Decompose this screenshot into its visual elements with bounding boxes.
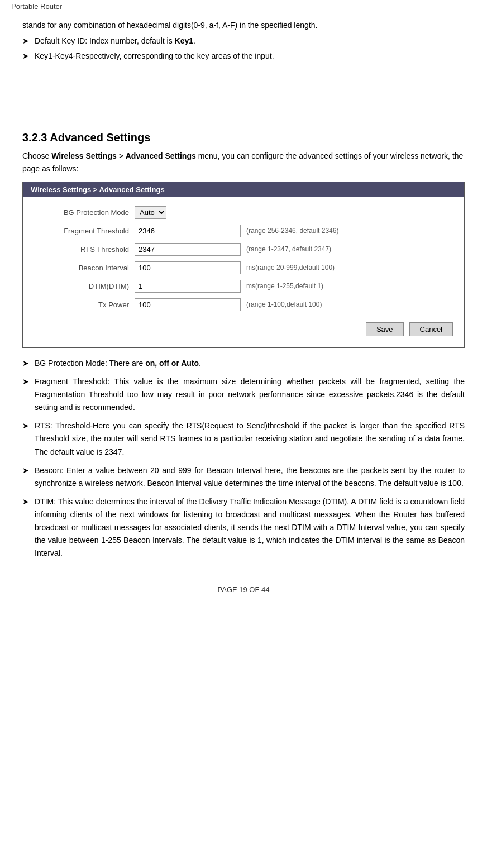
- label-beacon: Beacon Interval: [34, 264, 129, 272]
- bullet-arrow-1: ➤: [22, 35, 29, 47]
- input-fragment[interactable]: [135, 225, 241, 237]
- desc-arrow-1: ➤: [22, 357, 29, 370]
- section-title: 3.2.3 Advanced Settings: [22, 131, 465, 144]
- desc-arrow-3: ➤: [22, 419, 29, 458]
- hint-fragment: (range 256-2346, default 2346): [246, 227, 338, 235]
- form-row-beacon: Beacon Interval ms(range 20-999,default …: [34, 261, 453, 274]
- label-dtim: DTIM(DTIM): [34, 282, 129, 290]
- label-bg-protection: BG Protection Mode: [34, 208, 129, 217]
- page-footer: PAGE 19 OF 44: [0, 576, 487, 599]
- desc-rts: ➤ RTS: Threshold-Here you can specify th…: [22, 419, 465, 458]
- header-title: Portable Router: [11, 2, 62, 11]
- button-row: Save Cancel: [34, 317, 453, 336]
- desc-fragment: ➤ Fragment Threshold: This value is the …: [22, 375, 465, 414]
- desc-arrow-2: ➤: [22, 375, 29, 414]
- form-row-fragment: Fragment Threshold (range 256-2346, defa…: [34, 225, 453, 237]
- form-row-dtim: DTIM(DTIM) ms(range 1-255,default 1): [34, 280, 453, 293]
- hint-dtim: ms(range 1-255,default 1): [246, 282, 323, 290]
- input-txpower[interactable]: [135, 298, 241, 311]
- desc-arrow-4: ➤: [22, 464, 29, 490]
- hint-txpower: (range 1-100,default 100): [246, 301, 322, 308]
- intro-line1: stands for any combination of hexadecima…: [22, 19, 465, 31]
- desc-bg-protection: ➤ BG Protection Mode: There are on, off …: [22, 357, 465, 370]
- desc-dtim: ➤ DTIM: This value determines the interv…: [22, 495, 465, 560]
- form-row-txpower: Tx Power (range 1-100,default 100): [34, 298, 453, 311]
- hint-rts: (range 1-2347, default 2347): [246, 245, 331, 253]
- page-header: Portable Router: [0, 0, 487, 13]
- select-bg-protection[interactable]: Auto On Off: [135, 206, 166, 219]
- input-dtim[interactable]: [135, 280, 241, 293]
- page-content: stands for any combination of hexadecima…: [0, 13, 487, 576]
- hint-beacon: ms(range 20-999,default 100): [246, 264, 335, 271]
- bullet-item-2: ➤ Key1-Key4-Respectively, corresponding …: [22, 50, 465, 62]
- label-txpower: Tx Power: [34, 301, 129, 309]
- footer-text: PAGE 19 OF 44: [218, 585, 270, 594]
- bullet-arrow-2: ➤: [22, 50, 29, 62]
- cancel-button[interactable]: Cancel: [409, 322, 453, 336]
- input-rts[interactable]: [135, 243, 241, 256]
- desc-arrow-5: ➤: [22, 495, 29, 560]
- desc-beacon: ➤ Beacon: Enter a value between 20 and 9…: [22, 464, 465, 490]
- label-rts: RTS Threshold: [34, 245, 129, 254]
- settings-box: Wireless Settings > Advanced Settings BG…: [22, 182, 465, 348]
- settings-box-body: BG Protection Mode Auto On Off Fragment …: [23, 197, 464, 347]
- form-row-bg-protection: BG Protection Mode Auto On Off: [34, 206, 453, 219]
- input-beacon[interactable]: [135, 261, 241, 274]
- save-button[interactable]: Save: [366, 322, 404, 336]
- section-intro: Choose Wireless Settings > Advanced Sett…: [22, 150, 465, 175]
- label-fragment: Fragment Threshold: [34, 227, 129, 235]
- bullet-item-1: ➤ Default Key ID: Index number, default …: [22, 35, 465, 47]
- settings-box-header: Wireless Settings > Advanced Settings: [23, 182, 464, 197]
- descriptions: ➤ BG Protection Mode: There are on, off …: [22, 357, 465, 560]
- form-row-rts: RTS Threshold (range 1-2347, default 234…: [34, 243, 453, 256]
